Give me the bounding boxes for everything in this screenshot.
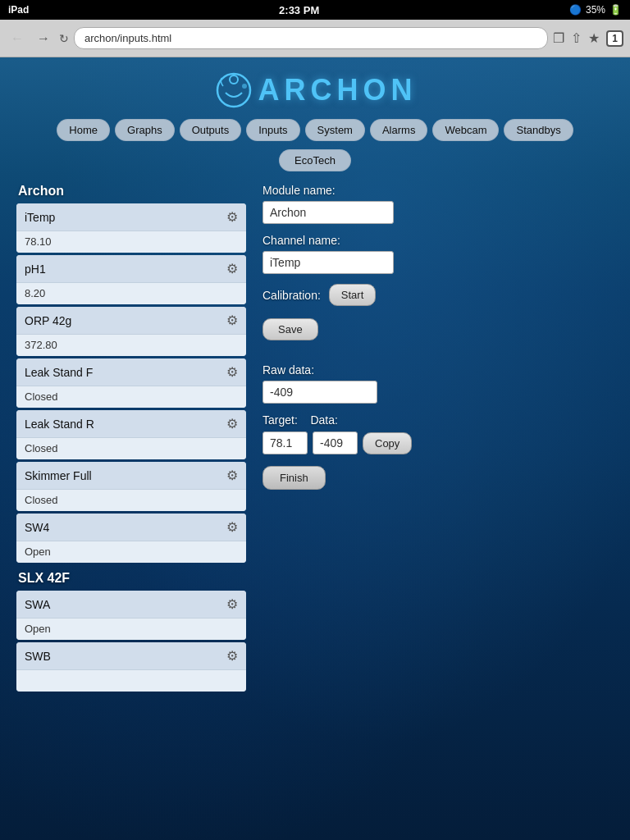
gear-icon-sw4[interactable]: ⚙ [226, 519, 238, 535]
channel-name-itemp: iTemp [25, 211, 55, 224]
channel-card-orp: ORP 42g ⚙ 372.80 [16, 307, 246, 356]
channel-header-swa[interactable]: SWA ⚙ [16, 591, 246, 619]
back-button[interactable]: ← [7, 29, 28, 48]
channel-card-sw4: SW4 ⚙ Open [16, 514, 246, 563]
main-layout: Archon iTemp ⚙ 78.10 pH1 ⚙ 8.20 [16, 184, 614, 694]
slx-section: SLX 42F SWA ⚙ Open SWB ⚙ [16, 571, 246, 692]
gear-icon-leakr[interactable]: ⚙ [226, 416, 238, 431]
calibration-label: Calibration: [262, 289, 321, 302]
channel-name-input[interactable] [262, 251, 394, 274]
channel-header-leakf[interactable]: Leak Stand F ⚙ [16, 358, 246, 386]
channel-name-leakf: Leak Stand F [25, 366, 93, 379]
target-value-input[interactable] [262, 431, 308, 454]
logo-area: ARCHON [16, 57, 614, 119]
nav-ecotech[interactable]: EcoTech [279, 149, 351, 171]
svg-point-0 [217, 74, 250, 107]
nav-alarms[interactable]: Alarms [370, 119, 427, 141]
page-background: ARCHON Home Graphs Outputs Inputs System… [0, 57, 630, 840]
share-button[interactable]: ⇧ [571, 30, 582, 46]
data-label-text: Data: [310, 413, 337, 427]
bluetooth-icon: 🔵 [569, 4, 582, 16]
channel-card-itemp: iTemp ⚙ 78.10 [16, 203, 246, 253]
left-panel: Archon iTemp ⚙ 78.10 pH1 ⚙ 8.20 [16, 184, 246, 694]
save-button[interactable]: Save [262, 318, 318, 340]
channel-card-ph1: pH1 ⚙ 8.20 [16, 255, 246, 304]
browser-bar: ← → ↻ archon/inputs.html ❐ ⇧ ★ 1 [0, 20, 630, 57]
channel-header-leakr[interactable]: Leak Stand R ⚙ [16, 410, 246, 438]
battery-label: 35% [586, 4, 605, 16]
gear-icon-swb[interactable]: ⚙ [226, 648, 238, 664]
gear-icon-orp[interactable]: ⚙ [226, 313, 238, 328]
bookmark-button[interactable]: ★ [588, 30, 600, 46]
status-bar: iPad 2:33 PM 🔵 35% 🔋 [0, 0, 630, 20]
channel-card-swa: SWA ⚙ Open [16, 591, 246, 640]
logo-icon [213, 70, 254, 111]
channel-name-sw4: SW4 [25, 521, 49, 534]
channel-value-skimmer: Closed [16, 490, 246, 511]
svg-point-1 [230, 75, 238, 84]
channel-header-itemp[interactable]: iTemp ⚙ [16, 203, 246, 231]
nav-system[interactable]: System [305, 119, 365, 141]
save-row: Save [262, 318, 614, 352]
nav-graphs[interactable]: Graphs [115, 119, 175, 141]
channel-header-sw4[interactable]: SW4 ⚙ [16, 514, 246, 541]
raw-data-input[interactable] [262, 381, 377, 404]
raw-data-label: Raw data: [262, 363, 614, 377]
channel-name-skimmer: Skimmer Full [25, 469, 92, 482]
module-name-input[interactable] [262, 201, 394, 224]
target-label-text: Target: [262, 413, 298, 427]
channel-name-leakr: Leak Stand R [25, 418, 94, 431]
address-bar[interactable]: archon/inputs.html [74, 27, 548, 49]
calibration-row: Calibration: Start [262, 284, 614, 306]
data-value-input[interactable] [313, 431, 358, 454]
channel-value-ph1: 8.20 [16, 283, 246, 304]
tab-count[interactable]: 1 [606, 30, 623, 47]
channel-name-ph1: pH1 [25, 262, 46, 276]
target-data-row: Copy [262, 431, 614, 454]
channel-name-swa: SWA [25, 598, 50, 611]
nav-home[interactable]: Home [57, 119, 110, 141]
channel-card-swb: SWB ⚙ [16, 642, 246, 692]
browser-action-icons: ❐ ⇧ ★ 1 [553, 30, 623, 47]
finish-button[interactable]: Finish [262, 466, 326, 490]
channel-header-orp[interactable]: ORP 42g ⚙ [16, 307, 246, 335]
nav-inputs[interactable]: Inputs [246, 119, 299, 141]
reading-mode-button[interactable]: ❐ [553, 30, 564, 46]
main-nav: Home Graphs Outputs Inputs System Alarms… [16, 119, 614, 141]
channel-name-orp: ORP 42g [25, 314, 71, 327]
channel-header-swb[interactable]: SWB ⚙ [16, 642, 246, 670]
channel-value-orp: 372.80 [16, 335, 246, 356]
right-panel: Module name: Channel name: Calibration: … [262, 184, 614, 490]
start-button[interactable]: Start [329, 284, 376, 306]
gear-icon-skimmer[interactable]: ⚙ [226, 468, 238, 483]
channel-name-swb: SWB [25, 650, 51, 663]
channel-value-leakf: Closed [16, 386, 246, 408]
copy-button[interactable]: Copy [363, 432, 412, 454]
nav-outputs[interactable]: Outputs [180, 119, 242, 141]
carrier-label: iPad [8, 4, 29, 16]
forward-button[interactable]: → [33, 29, 54, 48]
status-icons: 🔵 35% 🔋 [569, 4, 622, 16]
gear-icon-swa[interactable]: ⚙ [226, 596, 238, 612]
channel-value-leakr: Closed [16, 438, 246, 459]
gear-icon-leakf[interactable]: ⚙ [226, 364, 238, 380]
nav-webcam[interactable]: Webcam [432, 119, 499, 141]
channel-card-leakf: Leak Stand F ⚙ Closed [16, 358, 246, 408]
nav-standbys[interactable]: Standbys [504, 119, 573, 141]
svg-point-2 [242, 84, 247, 89]
channel-value-itemp: 78.10 [16, 231, 246, 253]
channel-value-swb [16, 670, 246, 692]
target-data-label: Target: Data: [262, 413, 614, 427]
time-label: 2:33 PM [279, 4, 319, 16]
channel-header-skimmer[interactable]: Skimmer Full ⚙ [16, 462, 246, 490]
logo-text: ARCHON [258, 73, 418, 107]
channel-card-leakr: Leak Stand R ⚙ Closed [16, 410, 246, 459]
gear-icon-itemp[interactable]: ⚙ [226, 209, 238, 225]
archon-section: Archon iTemp ⚙ 78.10 pH1 ⚙ 8.20 [16, 184, 246, 563]
channel-header-ph1[interactable]: pH1 ⚙ [16, 255, 246, 283]
module-name-label: Module name: [262, 184, 614, 197]
reload-button[interactable]: ↻ [59, 32, 69, 45]
channel-value-swa: Open [16, 619, 246, 640]
gear-icon-ph1[interactable]: ⚙ [226, 261, 238, 276]
channel-name-label: Channel name: [262, 234, 614, 247]
